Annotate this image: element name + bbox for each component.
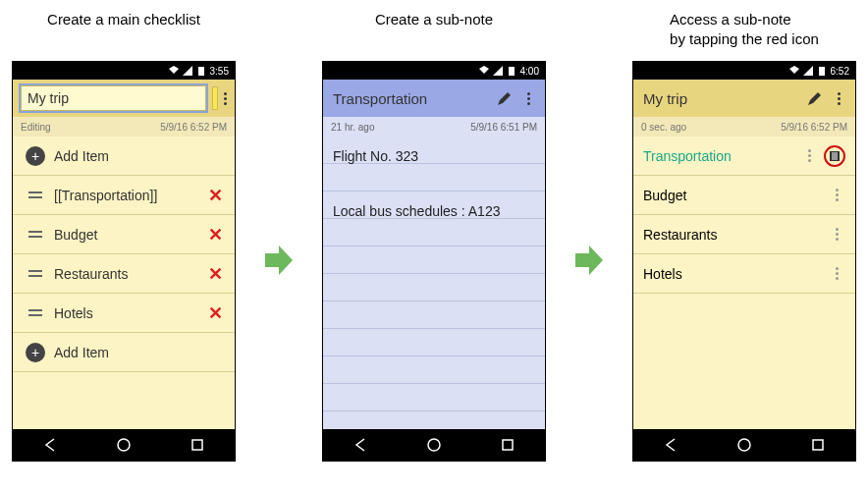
list-item[interactable]: Budget [633,176,855,215]
list-item[interactable]: Restaurants [633,215,855,254]
add-item-row[interactable]: + Add Item [13,137,235,176]
add-item-label: Add Item [48,345,225,360]
drag-handle-icon[interactable] [28,270,42,277]
delete-icon[interactable]: ✕ [205,302,225,324]
more-icon[interactable] [830,92,847,105]
statusbar: 4:00 [323,62,545,80]
list-item-link[interactable]: Transportation [633,137,855,176]
subnote-icon[interactable] [824,145,845,167]
item-label: Budget [643,188,828,203]
more-icon[interactable] [224,92,227,105]
item-label: Restaurants [643,227,828,243]
battery-icon [507,66,516,76]
meta-left: 0 sec. ago [641,122,686,133]
caption-screen3: Access a sub-note by tapping the red ico… [670,10,819,49]
recent-icon[interactable] [500,437,515,453]
svg-point-1 [118,439,130,451]
statusbar: 6:52 [633,62,855,80]
list-item[interactable]: Hotels [633,254,855,294]
item-more-icon[interactable] [828,228,845,241]
phone-screen3: 6:52 My trip 0 sec. ago 5/9/16 6:52 PM T… [632,61,856,462]
svg-rect-6 [819,67,825,76]
status-time: 3:55 [210,66,229,77]
home-icon[interactable] [736,437,752,453]
item-label: [[Transportation]] [48,188,205,203]
back-icon[interactable] [663,437,678,453]
wifi-icon [789,66,799,76]
note-line: Flight No. 323 [333,142,535,170]
item-label: Transportation [643,148,800,164]
statusbar: 3:55 [13,62,235,80]
back-icon[interactable] [353,437,368,453]
note-line: Local bus schedules : A123 [333,197,535,225]
meta-row: 21 hr. ago 5/9/16 6:51 PM [323,117,545,137]
meta-row: Editing 5/9/16 6:52 PM [13,117,235,137]
delete-icon[interactable]: ✕ [205,224,225,246]
svg-rect-2 [192,440,202,450]
checklist-item[interactable]: Hotels ✕ [13,294,235,333]
item-more-icon[interactable] [828,267,845,280]
more-icon[interactable] [519,92,537,105]
list-content: Transportation Budget Restaurants [633,137,855,429]
home-icon[interactable] [426,437,442,453]
item-label: Restaurants [48,266,205,282]
checklist-item[interactable]: Restaurants ✕ [13,254,235,294]
appbar: My trip [633,80,855,117]
plus-icon: + [26,343,45,362]
android-navbar [13,429,235,461]
svg-rect-3 [509,67,515,76]
android-navbar [323,429,545,461]
meta-left: 21 hr. ago [331,122,374,133]
item-label: Hotels [643,266,828,282]
recent-icon[interactable] [810,437,826,453]
svg-rect-0 [198,67,204,76]
meta-row: 0 sec. ago 5/9/16 6:52 PM [633,117,855,137]
meta-left: Editing [21,122,51,133]
home-icon[interactable] [116,437,132,453]
phone-screen1: 3:55 Editing 5/9/16 6:52 PM + Add Item [… [12,61,236,462]
delete-icon[interactable]: ✕ [205,185,225,206]
appbar: Transportation [323,80,545,117]
delete-icon[interactable]: ✕ [205,263,225,285]
color-swatch[interactable] [212,86,218,110]
item-more-icon[interactable] [828,189,845,201]
meta-right: 5/9/16 6:52 PM [781,122,847,133]
caption-screen1: Create a main checklist [47,10,200,49]
phone-screen2: 4:00 Transportation 21 hr. ago 5/9/16 6:… [322,61,546,462]
svg-rect-13 [813,440,823,450]
checklist-item[interactable]: [[Transportation]] ✕ [13,176,235,215]
battery-icon [196,66,206,76]
note-content[interactable]: Flight No. 323 Local bus schedules : A12… [323,137,545,429]
item-more-icon[interactable] [800,149,818,162]
add-item-label: Add Item [48,148,225,164]
meta-right: 5/9/16 6:52 PM [160,122,227,133]
signal-icon [493,66,503,76]
signal-icon [183,66,192,76]
item-label: Budget [48,227,205,243]
android-navbar [633,429,855,461]
arrow-icon [575,244,603,277]
caption-screen2: Create a sub-note [375,10,493,49]
item-label: Hotels [48,305,205,321]
meta-right: 5/9/16 6:51 PM [470,122,537,133]
wifi-icon [479,66,489,76]
drag-handle-icon[interactable] [28,309,42,316]
appbar [13,80,235,117]
drag-handle-icon[interactable] [28,231,42,238]
title-text: Transportation [331,90,490,107]
edit-icon[interactable] [496,89,514,107]
note-line-blank [333,170,535,197]
add-item-row[interactable]: + Add Item [13,333,235,372]
wifi-icon [169,66,179,76]
title-input[interactable] [21,85,206,111]
recent-icon[interactable] [190,437,205,453]
checklist-item[interactable]: Budget ✕ [13,215,235,254]
arrow-icon [265,244,293,277]
svg-point-12 [738,439,750,451]
drag-handle-icon[interactable] [28,191,42,198]
back-icon[interactable] [42,437,58,453]
status-time: 6:52 [831,66,849,77]
signal-icon [803,66,813,76]
svg-point-4 [428,439,440,451]
edit-icon[interactable] [806,89,824,107]
